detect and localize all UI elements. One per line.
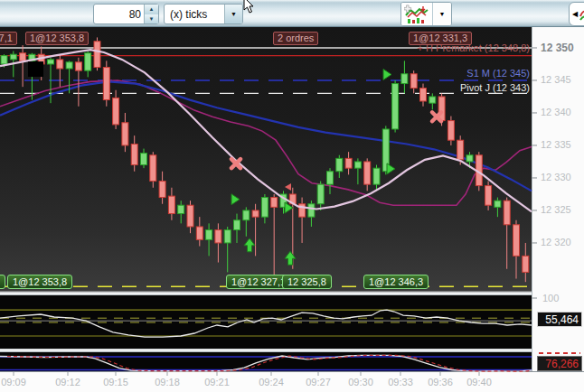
order-badge-partial[interactable]: Zets87,1 xyxy=(0,32,17,45)
spin-up-icon[interactable]: ▲ xyxy=(145,5,158,14)
oscillator2-value-box: 76,266 xyxy=(537,356,582,371)
ticks-count-value: 80 xyxy=(94,8,144,21)
price-axis-label: 12 325 xyxy=(541,204,571,215)
interval-type-select[interactable]: (x) ticks ▼ xyxy=(164,4,243,24)
indicator-dropdown-button[interactable]: ▼ xyxy=(432,3,451,25)
collapse-left-icon: ◀ xyxy=(572,10,578,18)
fill-badge[interactable]: 1@12 346,3 xyxy=(363,275,429,289)
fill-badge-partial[interactable] xyxy=(0,275,5,289)
toolbar: 80 ▲ ▼ (x) ticks ▼ xyxy=(0,0,584,27)
fill-badge[interactable]: 1@12 353,8 xyxy=(7,275,72,289)
oscillator-scale-label: 100 xyxy=(542,293,559,303)
orders-count-badge[interactable]: 2 ordres xyxy=(273,32,318,45)
signal-dash-fragment xyxy=(539,352,580,354)
price-axis-label: 12 330 xyxy=(541,172,571,182)
fill-badge[interactable]: 12 325,8 xyxy=(282,275,332,289)
panel-toggle-button[interactable]: ◀ xyxy=(569,2,584,26)
trading-chart-window: 80 ▲ ▼ (x) ticks ▼ xyxy=(0,0,584,392)
oscillator-panel-1[interactable] xyxy=(0,295,532,349)
time-axis-label: 09:30 xyxy=(343,377,379,387)
time-axis-label: 09:21 xyxy=(199,377,235,387)
s1-level-label: S1 M (12 345) xyxy=(466,68,530,79)
price-axis-label: 12 340 xyxy=(541,107,571,117)
time-axis-label: 09:18 xyxy=(149,377,185,387)
spinner-buttons: ▲ ▼ xyxy=(144,5,158,23)
ticks-count-input[interactable]: 80 ▲ ▼ xyxy=(93,4,159,24)
interval-type-value: (x) ticks xyxy=(165,8,224,21)
price-chart-canvas[interactable] xyxy=(0,27,532,291)
time-axis-label: 09:12 xyxy=(50,377,86,387)
time-axis-label: 09:40 xyxy=(461,377,497,387)
time-axis-label: 09:09 xyxy=(0,377,32,387)
time-axis-label: 09:36 xyxy=(422,377,458,387)
price-axis-label: 12 345 xyxy=(541,74,571,85)
time-axis-label: 09:27 xyxy=(300,377,336,387)
indicator-button-group: ▼ xyxy=(400,2,452,26)
chart-indicator-icon xyxy=(404,5,429,24)
mouse-cursor-icon xyxy=(241,0,256,14)
mini-chart-icon xyxy=(579,7,584,22)
time-axis-label: 09:33 xyxy=(382,377,419,387)
oscillator1-value-box: 55,464 xyxy=(537,312,582,327)
time-axis-label: 09:15 xyxy=(98,377,134,387)
pivot-level-label: Pivot J (12 343) xyxy=(460,82,530,93)
premarket-level-label: + H Premarket (12 348,8) xyxy=(418,42,530,53)
price-axis-label: 12 350 xyxy=(541,42,574,54)
oscillator-panel-2[interactable] xyxy=(0,352,532,371)
spin-down-icon[interactable]: ▼ xyxy=(145,14,158,24)
order-badge[interactable]: 1@12 353,8 xyxy=(25,32,89,45)
chevron-down-icon[interactable]: ▼ xyxy=(224,5,242,23)
price-axis-label: 12 335 xyxy=(541,139,571,150)
price-axis-label: 12 320 xyxy=(541,237,571,247)
add-indicator-button[interactable] xyxy=(401,3,432,25)
time-axis-label: 09:24 xyxy=(253,377,289,387)
